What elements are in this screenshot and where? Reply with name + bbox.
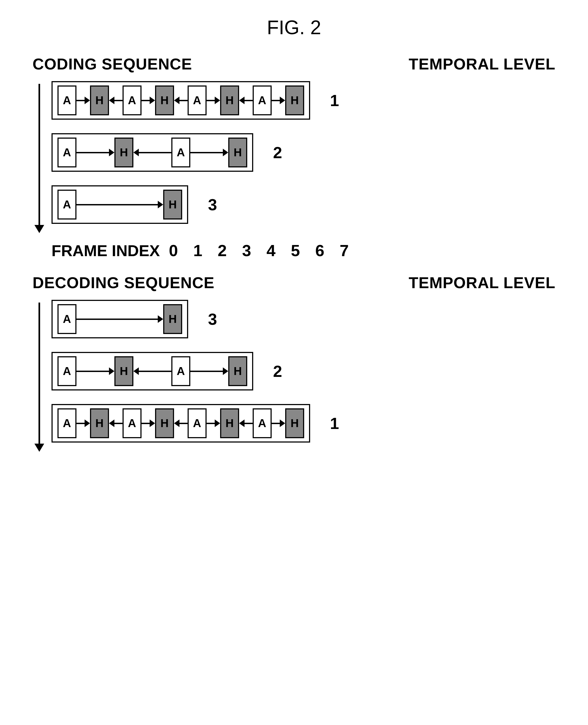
frame-index-label: FRAME INDEX: [51, 241, 160, 260]
frame-a: A: [253, 85, 272, 115]
arrow-right: [190, 149, 228, 156]
frame-index-num: 5: [283, 241, 308, 260]
frame-a: A: [58, 304, 77, 334]
arrow-left: [109, 420, 123, 427]
arrow-left: [174, 97, 188, 104]
arrow-right: [142, 97, 155, 104]
frame-h: H: [228, 356, 247, 386]
frames-outer: AHAH: [51, 133, 253, 172]
frame-index-num: 7: [332, 241, 356, 260]
arrow-right: [272, 420, 285, 427]
level-row: AH3: [51, 185, 555, 224]
frame-index-num: 1: [186, 241, 210, 260]
arrow-right: [207, 420, 220, 427]
frame-h: H: [90, 408, 109, 438]
coding-vert-arrow: [35, 84, 44, 233]
arrow-right: [77, 367, 114, 375]
coding-arrow-col: [33, 81, 46, 233]
frame-a: A: [58, 356, 77, 386]
decoding-section: DECODING SEQUENCE TEMPORAL LEVEL AH3AHAH…: [33, 274, 555, 452]
frame-a: A: [171, 356, 190, 386]
level-number: 1: [327, 414, 343, 433]
arrow-left: [109, 97, 123, 104]
coding-rows: AHAHAHAH1AHAH2AH3: [51, 81, 555, 233]
coding-vert-line: [39, 84, 40, 225]
frame-h: H: [155, 408, 174, 438]
frame-index-row: FRAME INDEX 01234567: [33, 241, 555, 260]
frame-index-num: 0: [161, 241, 186, 260]
frame-h: H: [220, 85, 239, 115]
level-row: AHAH2: [51, 133, 555, 172]
decoding-vert-arrowhead: [35, 444, 44, 452]
arrow-right: [77, 97, 90, 104]
decoding-vert-arrow: [35, 303, 44, 452]
decoding-arrow-col: [33, 300, 46, 452]
level-number: 1: [327, 91, 343, 110]
arrow-left: [239, 97, 253, 104]
coding-vert-arrowhead: [35, 225, 44, 233]
frame-a: A: [123, 85, 142, 115]
frame-h: H: [220, 408, 239, 438]
frame-a: A: [171, 138, 190, 167]
decoding-body: AH3AHAH2AHAHAHAH1: [33, 300, 555, 452]
frame-index-num: 3: [234, 241, 259, 260]
level-number: 2: [270, 362, 286, 381]
level-row: AH3: [51, 300, 555, 338]
frame-h: H: [163, 190, 182, 220]
arrow-right: [77, 201, 163, 208]
arrow-right: [142, 420, 155, 427]
coding-label: CODING SEQUENCE: [33, 55, 192, 73]
frame-a: A: [123, 408, 142, 438]
arrow-left: [174, 420, 188, 427]
page: FIG. 2 CODING SEQUENCE TEMPORAL LEVEL AH…: [0, 0, 588, 471]
frame-h: H: [285, 85, 304, 115]
frame-h: H: [285, 408, 304, 438]
frame-index-num: 2: [210, 241, 234, 260]
level-row: AHAHAHAH1: [51, 81, 555, 120]
frame-a: A: [58, 138, 77, 167]
frame-a: A: [188, 408, 207, 438]
level-number: 2: [270, 143, 286, 162]
frame-h: H: [155, 85, 174, 115]
arrow-right: [77, 420, 90, 427]
decoding-label: DECODING SEQUENCE: [33, 274, 214, 292]
arrow-left: [133, 149, 171, 156]
frame-index-nums: 01234567: [161, 241, 356, 260]
frame-h: H: [114, 138, 133, 167]
frame-h: H: [163, 304, 182, 334]
frame-h: H: [90, 85, 109, 115]
frames-outer: AHAHAHAH: [51, 81, 310, 120]
arrow-left: [133, 367, 171, 375]
frame-index-num: 6: [308, 241, 332, 260]
arrow-right: [272, 97, 285, 104]
decoding-temporal-label: TEMPORAL LEVEL: [409, 274, 555, 292]
frame-a: A: [58, 85, 77, 115]
frame-a: A: [58, 408, 77, 438]
decoding-vert-line: [39, 303, 40, 444]
coding-temporal-label: TEMPORAL LEVEL: [409, 55, 555, 73]
decoding-header: DECODING SEQUENCE TEMPORAL LEVEL: [33, 274, 555, 292]
coding-section: CODING SEQUENCE TEMPORAL LEVEL AHAHAHAH1…: [33, 55, 555, 233]
frame-a: A: [253, 408, 272, 438]
frame-a: A: [188, 85, 207, 115]
decoding-rows: AH3AHAH2AHAHAHAH1: [51, 300, 555, 452]
level-row: AHAH2: [51, 352, 555, 390]
frame-index-num: 4: [259, 241, 283, 260]
coding-body: AHAHAHAH1AHAH2AH3: [33, 81, 555, 233]
fig-title: FIG. 2: [33, 16, 555, 39]
level-number: 3: [204, 310, 221, 328]
frames-outer: AH: [51, 185, 188, 224]
level-row: AHAHAHAH1: [51, 404, 555, 443]
arrow-right: [207, 97, 220, 104]
arrow-right: [77, 149, 114, 156]
level-number: 3: [204, 195, 221, 214]
frame-a: A: [58, 190, 77, 220]
frame-h: H: [114, 356, 133, 386]
frames-outer: AH: [51, 300, 188, 338]
arrow-left: [239, 420, 253, 427]
frame-h: H: [228, 138, 247, 167]
arrow-right: [77, 315, 163, 323]
frames-outer: AHAH: [51, 352, 253, 390]
arrow-right: [190, 367, 228, 375]
coding-header: CODING SEQUENCE TEMPORAL LEVEL: [33, 55, 555, 73]
